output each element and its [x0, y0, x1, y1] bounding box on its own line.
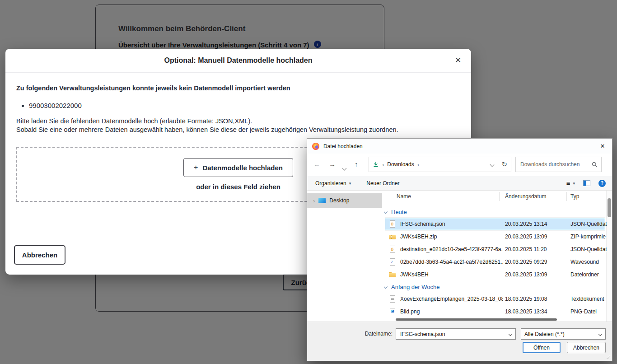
refresh-icon[interactable]: ↻ — [501, 160, 507, 168]
file-type: PNG-Datei — [570, 308, 607, 315]
file-dialog-window: Datei hochladen ✕ ← → ↑ › Downloads › ↻ — [307, 138, 612, 361]
downloads-folder-icon — [373, 161, 379, 168]
file-date: 18.03.2025 19:08 — [505, 296, 568, 302]
file-dialog-toolbar: ← → ↑ › Downloads › ↻ — [307, 154, 612, 176]
file-date: 18.03.2025 13:34 — [505, 308, 568, 315]
file-dialog-close-icon[interactable]: ✕ — [593, 139, 612, 154]
file-name: JWKs4BEH.zip — [400, 233, 503, 240]
collapse-icon — [384, 210, 388, 214]
file-type: Wavesound — [570, 259, 607, 265]
column-divider — [566, 192, 567, 201]
file-dialog-main: › Desktop Name Änderungsdatum Typ HeuteI… — [307, 191, 612, 322]
upload-models-label: Datenmodelle hochladen — [202, 164, 283, 172]
missing-model-item: 99003002022000 — [29, 102, 460, 110]
search-box[interactable] — [515, 157, 602, 172]
file-type: JSON-Quelldate — [570, 246, 607, 252]
file-row[interactable]: 02be7ddd-3b63-45a4-ac2f-ea5f7e2d6251....… — [385, 256, 605, 268]
file-name: Bild.png — [400, 308, 503, 315]
breadcrumb-location[interactable]: Downloads — [387, 161, 414, 168]
organize-button[interactable]: Organisieren ▾ — [315, 180, 351, 187]
file-row[interactable]: JWKs4BEH20.03.2025 13:09Dateiordner — [385, 268, 605, 281]
open-button[interactable]: Öffnen — [523, 342, 561, 353]
navigation-pane: › Desktop — [307, 191, 382, 322]
file-row[interactable]: JWKs4BEH.zip20.03.2025 13:09ZIP-komprimi… — [385, 230, 605, 243]
up-icon[interactable]: ↑ — [355, 159, 358, 169]
column-headers: Name Änderungsdatum Typ — [382, 191, 606, 202]
file-date: 20.03.2025 13:09 — [505, 233, 568, 240]
image-file-icon — [389, 308, 396, 315]
file-name: 02be7ddd-3b63-45a4-ac2f-ea5f7e2d6251.... — [400, 259, 503, 265]
new-folder-button[interactable]: Neuer Ordner — [366, 180, 399, 187]
command-bar: Organisieren ▾ Neuer Ordner ≡ ▾ ? — [307, 176, 612, 191]
back-icon[interactable]: ← — [313, 159, 320, 169]
group-header[interactable]: Heute — [382, 206, 606, 218]
preview-pane-icon[interactable] — [583, 180, 590, 186]
instruction-line-2: Sobald Sie eine oder mehrere Dateien aus… — [16, 126, 460, 134]
zip-file-icon — [389, 233, 396, 240]
scrollbar-thumb[interactable] — [608, 198, 611, 217]
list-view-icon: ≡ — [566, 179, 570, 187]
search-icon — [592, 162, 598, 168]
file-name: IFSG-schema.json — [400, 221, 503, 227]
modal-close-icon[interactable]: ✕ — [452, 55, 464, 66]
address-dropdown-icon[interactable] — [490, 162, 495, 167]
file-date: 20.03.2025 13:09 — [505, 271, 568, 278]
chevron-down-icon — [342, 166, 347, 171]
modal-instructions: Bitte laden Sie die fehlenden Datenmodel… — [16, 117, 460, 134]
vertical-scrollbar[interactable] — [606, 191, 612, 322]
file-type: Dateiordner — [570, 271, 607, 278]
file-row[interactable]: destination_e021dc10-2ae5-423f-9777-6a..… — [385, 243, 605, 256]
firefox-icon — [312, 143, 319, 150]
filetype-select[interactable]: Alle Dateien (*.*) — [521, 328, 606, 340]
group-header[interactable]: Anfang der Woche — [382, 281, 606, 293]
column-header-date[interactable]: Änderungsdatum — [505, 193, 546, 200]
expand-icon[interactable]: › — [313, 197, 315, 204]
group-label: Heute — [391, 209, 407, 215]
file-row[interactable]: Bild.png18.03.2025 13:34PNG-Datei — [385, 305, 605, 318]
dropzone-hint: oder in dieses Feld ziehen — [196, 183, 280, 191]
breadcrumb-separator: › — [417, 161, 419, 168]
file-row[interactable]: XoevExchangeEmpfangen_2025-03-18_08...18… — [385, 293, 605, 305]
folder-file-icon — [389, 271, 396, 278]
forward-icon[interactable]: → — [329, 159, 336, 169]
filename-input[interactable] — [399, 331, 506, 338]
file-dialog-title: Datei hochladen — [323, 143, 589, 149]
column-header-name[interactable]: Name — [397, 193, 411, 200]
text-file-icon — [389, 295, 396, 303]
help-icon[interactable]: ? — [598, 180, 606, 187]
change-view-button[interactable]: ≡ ▾ — [566, 179, 575, 187]
file-date: 20.03.2025 09:29 — [505, 259, 568, 265]
dialog-cancel-button[interactable]: Abbrechen — [567, 342, 606, 353]
chevron-down-icon — [598, 332, 602, 336]
modal-heading: Zu folgenden Verwaltungsleistungen konnt… — [16, 84, 460, 92]
desktop-icon — [318, 198, 326, 203]
breadcrumb-separator: › — [382, 161, 384, 168]
column-header-type[interactable]: Typ — [570, 193, 579, 200]
address-bar[interactable]: › Downloads › ↻ — [369, 157, 511, 172]
chevron-down-icon — [509, 332, 512, 336]
modal-cancel-button[interactable]: Abbrechen — [14, 245, 65, 265]
file-row[interactable]: IFSG-schema.json20.03.2025 13:14JSON-Que… — [385, 218, 605, 230]
file-dialog-footer: Dateiname: Alle Dateien (*.*) Öffnen Abb… — [307, 322, 612, 361]
recent-locations-icon[interactable] — [343, 163, 346, 173]
file-dialog-titlebar[interactable]: Datei hochladen ✕ — [307, 139, 612, 154]
file-name: destination_e021dc10-2ae5-423f-9777-6a..… — [400, 246, 503, 252]
column-divider — [499, 192, 500, 201]
filename-combobox[interactable] — [396, 328, 516, 340]
file-type: ZIP-komprimie — [570, 233, 607, 240]
instruction-line-1: Bitte laden Sie die fehlenden Datenmodel… — [16, 117, 460, 126]
search-input[interactable] — [519, 161, 592, 168]
file-name: XoevExchangeEmpfangen_2025-03-18_08... — [400, 296, 503, 302]
screen: Willkommen beim Behörden-Client Übersich… — [0, 0, 617, 364]
group-label: Anfang der Woche — [391, 284, 439, 290]
horizontal-scrollbar[interactable] — [396, 318, 557, 321]
file-type: Textdokument — [570, 296, 607, 302]
missing-model-list: 99003002022000 — [16, 102, 460, 110]
json-file-icon — [389, 246, 396, 253]
plus-icon: + — [194, 163, 198, 172]
json-file-icon — [389, 220, 396, 228]
resize-grip[interactable] — [606, 355, 610, 359]
upload-models-button[interactable]: + Datenmodelle hochladen — [183, 158, 293, 177]
sidebar-item-desktop[interactable]: › Desktop — [307, 193, 382, 208]
file-date: 20.03.2025 13:14 — [505, 221, 568, 227]
